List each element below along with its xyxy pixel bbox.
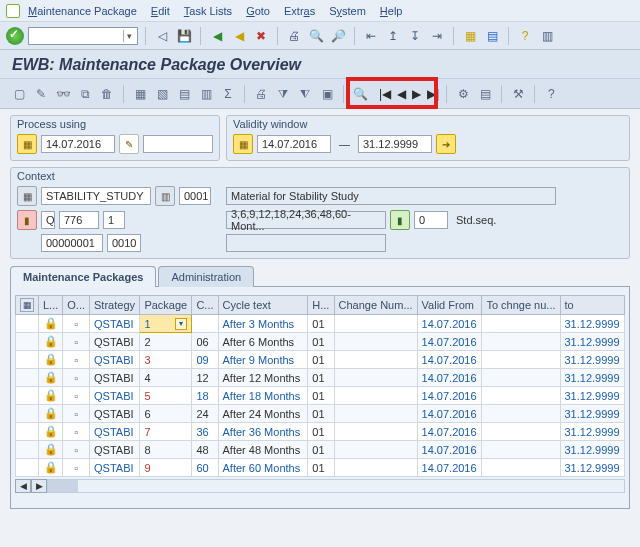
menu-task-lists[interactable]: Task Lists [184,5,232,17]
nav-last-icon[interactable]: ▶| [427,87,439,101]
save-icon[interactable]: 💾 [175,27,193,45]
table-row[interactable]: 🔒▫QSTABI960After 60 Months0114.07.201631… [16,459,625,477]
th-h[interactable]: H... [308,296,334,315]
context-flag-button[interactable]: ▮ [17,210,37,230]
menu-help[interactable]: Help [380,5,403,17]
enter-button[interactable] [6,27,24,45]
row-select[interactable] [16,441,39,459]
last-page-icon[interactable]: ⇥ [428,27,446,45]
filter-icon[interactable]: ⧩ [274,85,292,103]
scroll-track[interactable] [47,479,625,493]
select-all-icon[interactable]: ▦ [131,85,149,103]
sort-asc-icon[interactable]: ▤ [175,85,193,103]
create-icon[interactable]: ▢ [10,85,28,103]
th-cycle[interactable]: Cycle text [218,296,308,315]
process-extra-field[interactable] [143,135,213,153]
cell-package[interactable]: 5 [140,387,192,405]
context-seq-button[interactable]: ▮ [390,210,410,230]
context-id2-field[interactable]: 0010 [107,234,141,252]
table-row[interactable]: 🔒▫QSTABI412After 12 Months0114.07.201631… [16,369,625,387]
zoom-icon[interactable]: 🔍 [351,85,369,103]
cancel-icon[interactable]: ✖ [252,27,270,45]
sum-icon[interactable]: Σ [219,85,237,103]
menu-system[interactable]: System [329,5,366,17]
back-icon[interactable]: ◁ [153,27,171,45]
menu-goto[interactable]: Goto [246,5,270,17]
sort-desc-icon[interactable]: ▥ [197,85,215,103]
th-corner[interactable]: ▦ [16,296,39,315]
nav-prev-icon[interactable]: ◀ [397,87,406,101]
copy-icon[interactable]: ⧉ [76,85,94,103]
next-page-icon[interactable]: ↧ [406,27,424,45]
row-select[interactable] [16,333,39,351]
cell-package[interactable]: 8 [140,441,192,459]
scroll-left-button[interactable]: ◀ [15,479,31,493]
validity-go-button[interactable]: ➔ [436,134,456,154]
menu-extras[interactable]: Extras [284,5,315,17]
find-icon[interactable]: 🔍 [307,27,325,45]
th-to[interactable]: to [560,296,625,315]
cell-package[interactable]: 4 [140,369,192,387]
context-seqno-field[interactable]: 0 [414,211,448,229]
list-icon[interactable]: ▤ [476,85,494,103]
th-strategy[interactable]: Strategy [90,296,140,315]
row-select[interactable] [16,369,39,387]
find-next-icon[interactable]: 🔎 [329,27,347,45]
cell-package[interactable]: 6 [140,405,192,423]
table-row[interactable]: 🔒▫QSTABI309After 9 Months0114.07.201631.… [16,351,625,369]
display-icon[interactable]: 👓 [54,85,72,103]
th-package[interactable]: Package [140,296,192,315]
row-select[interactable] [16,315,39,333]
command-field[interactable]: ▾ [28,27,138,45]
print-icon[interactable]: 🖨 [285,27,303,45]
cell-package[interactable]: 3 [140,351,192,369]
scroll-thumb[interactable] [48,480,78,492]
table-row[interactable]: 🔒▫QSTABI848After 48 Months0114.07.201631… [16,441,625,459]
context-studyno-field[interactable]: 0001 [179,187,211,205]
delete-icon[interactable]: 🗑 [98,85,116,103]
validity-from-field[interactable]: 14.07.2016 [257,135,331,153]
export-icon[interactable]: ▣ [318,85,336,103]
cell-package[interactable]: 9 [140,459,192,477]
nav-next-icon[interactable]: ▶ [412,87,421,101]
context-study-button[interactable]: ▦ [17,186,37,206]
th-valid[interactable]: Valid From [417,296,482,315]
first-page-icon[interactable]: ⇤ [362,27,380,45]
sub-help-icon[interactable]: ? [542,85,560,103]
context-qcode-field[interactable]: 776 [59,211,99,229]
row-select[interactable] [16,387,39,405]
cell-package[interactable]: 2 [140,333,192,351]
tab-administration[interactable]: Administration [158,266,254,287]
th-o[interactable]: O... [63,296,90,315]
back-green-icon[interactable]: ◀ [208,27,226,45]
table-row[interactable]: 🔒▫QSTABI206After 6 Months0114.07.201631.… [16,333,625,351]
cell-package[interactable]: 7 [140,423,192,441]
table-row[interactable]: 🔒▫QSTABI624After 24 Months0114.07.201631… [16,405,625,423]
context-studyno-button[interactable]: ▥ [155,186,175,206]
tab-maintenance-packages[interactable]: Maintenance Packages [10,266,156,287]
scroll-right-button[interactable]: ▶ [31,479,47,493]
validity-to-field[interactable]: 31.12.9999 [358,135,432,153]
validity-from-button[interactable]: ▦ [233,134,253,154]
help-icon[interactable]: ? [516,27,534,45]
context-qrev-field[interactable]: 1 [103,211,125,229]
th-change[interactable]: Change Num... [334,296,417,315]
context-id1-field[interactable]: 00000001 [41,234,103,252]
menu-maintenance-package[interactable]: Maintenance Package [28,5,137,17]
cell-package[interactable]: 1▾ [140,315,192,333]
nav-first-icon[interactable]: |◀ [379,87,391,101]
exit-icon[interactable]: ◀ [230,27,248,45]
horizontal-scrollbar[interactable]: ◀ ▶ [15,479,625,493]
edit-icon[interactable]: ✎ [32,85,50,103]
th-c[interactable]: C... [192,296,218,315]
process-edit-button[interactable]: ✎ [119,134,139,154]
process-date-button[interactable]: ▦ [17,134,37,154]
process-date-field[interactable]: 14.07.2016 [41,135,115,153]
new-session-icon[interactable]: ▦ [461,27,479,45]
table-row[interactable]: 🔒▫QSTABI1▾After 3 Months0114.07.201631.1… [16,315,625,333]
table-row[interactable]: 🔒▫QSTABI518After 18 Months0114.07.201631… [16,387,625,405]
filter2-icon[interactable]: ⧨ [296,85,314,103]
row-select[interactable] [16,459,39,477]
th-l[interactable]: L... [39,296,63,315]
menu-edit[interactable]: Edit [151,5,170,17]
